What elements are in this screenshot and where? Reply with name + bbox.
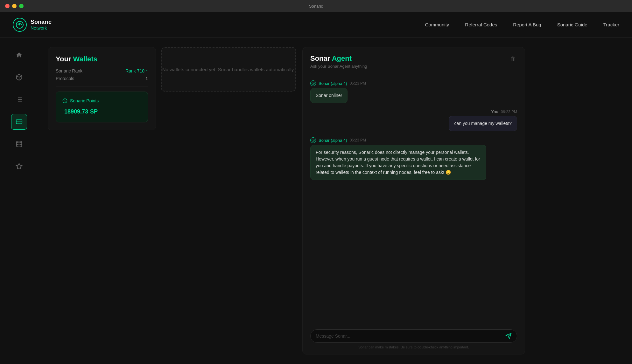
sidebar-item-cube[interactable] xyxy=(11,69,27,85)
wallet-rank-row: Sonaric Rank Rank 710 ↑ xyxy=(56,68,148,73)
nav-report-bug[interactable]: Report A Bug xyxy=(513,22,541,27)
chat-header: Sonar Agent Ask your Sonar Agent anythin… xyxy=(303,47,525,74)
svg-rect-9 xyxy=(16,120,22,124)
chat-title-white: Sonar xyxy=(310,54,332,62)
clear-chat-button[interactable]: 🗑 xyxy=(509,54,517,64)
close-button[interactable] xyxy=(5,4,10,8)
logo-icon xyxy=(13,18,27,32)
sidebar-item-home[interactable] xyxy=(11,47,27,63)
chat-input-wrapper xyxy=(310,329,517,343)
message-group-2: You 06:23 PM can you manage my wallets? xyxy=(310,109,517,131)
top-nav: Sonaric Network Community Referral Codes… xyxy=(0,12,632,38)
protocols-label: Protocols xyxy=(56,76,74,81)
chat-subtitle: Ask your Sonar Agent anything xyxy=(310,64,367,69)
svg-point-1 xyxy=(19,24,20,25)
sidebar-item-wallet[interactable] xyxy=(11,114,27,130)
svg-point-11 xyxy=(16,141,22,143)
logo-area: Sonaric Network xyxy=(13,18,52,32)
nav-community[interactable]: Community xyxy=(425,22,449,27)
chat-input-area: Sonar can make mistakes. Be sure to doub… xyxy=(303,324,525,354)
sidebar-item-star[interactable] xyxy=(11,158,27,174)
agent-icon-1 xyxy=(310,80,316,86)
main-panel: Your Wallets Sonaric Rank Rank 710 ↑ Pro… xyxy=(38,38,632,364)
sidebar-item-database[interactable] xyxy=(11,136,27,152)
bubble-agent-3: For security reasons, Sonaric does not d… xyxy=(310,145,486,180)
chat-section: Sonar Agent Ask your Sonar Agent anythin… xyxy=(302,47,525,354)
msg-time-2: 06:23 PM xyxy=(501,110,517,114)
no-wallets-msg: No wallets connected yet. Sonar handles … xyxy=(162,67,295,72)
points-card: Sonaric Points 18909.73SP xyxy=(56,92,148,122)
protocols-row: Protocols 1 xyxy=(56,76,148,81)
logo-name: Sonaric xyxy=(31,19,52,26)
msg-time-3: 06:23 PM xyxy=(350,138,366,142)
you-name-2: You xyxy=(491,109,498,114)
message-group-1: Sonar (alpha 4) 06:23 PM Sonar online! xyxy=(310,80,517,103)
chat-title-green: Agent xyxy=(332,54,352,62)
rank-value: Rank 710 ↑ xyxy=(125,68,148,73)
points-label: Sonaric Points xyxy=(70,98,99,103)
message-group-3: Sonar (alpha 4) 06:23 PM For security re… xyxy=(310,137,517,180)
bubble-agent-1: Sonar online! xyxy=(310,88,348,103)
msg-meta-3: Sonar (alpha 4) 06:23 PM xyxy=(310,137,517,143)
msg-time-1: 06:23 PM xyxy=(350,81,366,86)
chat-title: Sonar Agent xyxy=(310,54,367,63)
wallet-title-green: Wallets xyxy=(73,55,97,63)
wallet-title-white: Your xyxy=(56,55,73,63)
nav-referral-codes[interactable]: Referral Codes xyxy=(465,22,497,27)
agent-name-1: Sonar (alpha 4) xyxy=(319,81,347,86)
nav-links: Community Referral Codes Report A Bug So… xyxy=(425,22,620,27)
sidebar-item-list[interactable] xyxy=(11,92,27,107)
divider xyxy=(56,86,148,86)
send-button[interactable] xyxy=(505,333,512,339)
chat-disclaimer: Sonar can make mistakes. Be sure to doub… xyxy=(310,345,517,349)
points-value: 18909.73SP xyxy=(62,106,141,116)
title-bar: Sonaric xyxy=(0,0,632,12)
content-area: Your Wallets Sonaric Rank Rank 710 ↑ Pro… xyxy=(0,38,632,364)
top-left-row: Your Wallets Sonaric Rank Rank 710 ↑ Pro… xyxy=(48,47,296,130)
nav-tracker[interactable]: Tracker xyxy=(603,22,619,27)
agent-icon-3 xyxy=(310,137,316,143)
svg-marker-12 xyxy=(16,163,22,169)
nav-sonaric-guide[interactable]: Sonaric Guide xyxy=(557,22,587,27)
chat-messages: Sonar (alpha 4) 06:23 PM Sonar online! Y… xyxy=(303,74,525,324)
logo-sub: Network xyxy=(31,25,52,31)
agent-name-3: Sonar (alpha 4) xyxy=(319,138,347,143)
left-panel: Your Wallets Sonaric Rank Rank 710 ↑ Pro… xyxy=(48,47,296,354)
protocols-value: 1 xyxy=(145,76,148,81)
wallet-card: Your Wallets Sonaric Rank Rank 710 ↑ Pro… xyxy=(48,47,156,130)
window-title: Sonaric xyxy=(309,4,323,9)
traffic-lights xyxy=(5,4,24,8)
msg-meta-2: You 06:23 PM xyxy=(491,109,517,114)
points-header: Sonaric Points xyxy=(62,98,141,103)
msg-meta-1: Sonar (alpha 4) 06:23 PM xyxy=(310,80,517,86)
bubble-you-2: can you manage my wallets? xyxy=(449,116,517,131)
app: Sonaric Network Community Referral Codes… xyxy=(0,12,632,364)
no-wallets-area: No wallets connected yet. Sonar handles … xyxy=(161,47,296,92)
wallet-title: Your Wallets xyxy=(56,55,148,63)
message-input[interactable] xyxy=(316,333,502,339)
maximize-button[interactable] xyxy=(19,4,24,8)
minimize-button[interactable] xyxy=(12,4,17,8)
sidebar xyxy=(0,38,38,364)
chat-header-text: Sonar Agent Ask your Sonar Agent anythin… xyxy=(310,54,367,69)
logo-text: Sonaric Network xyxy=(31,19,52,31)
rank-label: Sonaric Rank xyxy=(56,68,82,73)
